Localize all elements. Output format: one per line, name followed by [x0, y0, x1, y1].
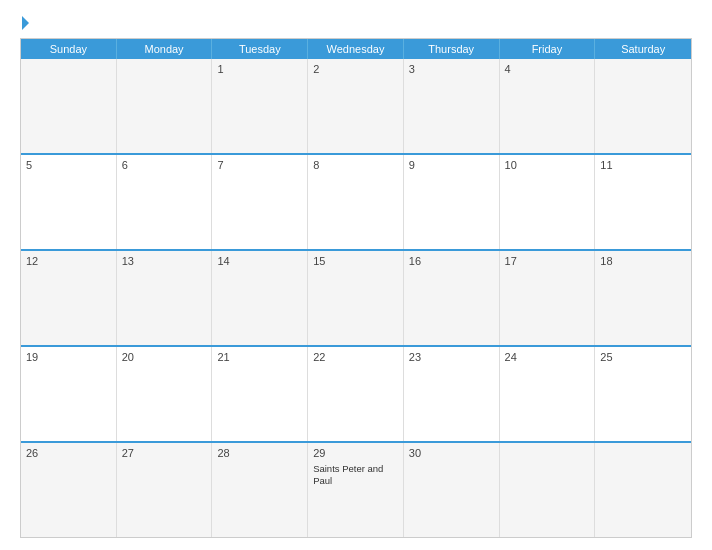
day-number: 13 [122, 255, 207, 267]
day-number: 30 [409, 447, 494, 459]
day-cell: 28 [212, 443, 308, 537]
day-cell: 25 [595, 347, 691, 441]
day-number: 10 [505, 159, 590, 171]
week-row-1: 1234 [21, 59, 691, 153]
day-number: 1 [217, 63, 302, 75]
day-number: 29 [313, 447, 398, 459]
day-number: 12 [26, 255, 111, 267]
day-number: 19 [26, 351, 111, 363]
day-number: 2 [313, 63, 398, 75]
day-cell: 13 [117, 251, 213, 345]
day-cell: 24 [500, 347, 596, 441]
day-number: 15 [313, 255, 398, 267]
day-cell: 4 [500, 59, 596, 153]
day-cell [500, 443, 596, 537]
day-number: 5 [26, 159, 111, 171]
day-cell: 30 [404, 443, 500, 537]
weeks-container: 1234567891011121314151617181920212223242… [21, 59, 691, 537]
day-header-thursday: Thursday [404, 39, 500, 59]
day-cell: 11 [595, 155, 691, 249]
logo-blue-text [20, 16, 29, 30]
day-cell: 15 [308, 251, 404, 345]
calendar-page: SundayMondayTuesdayWednesdayThursdayFrid… [0, 0, 712, 550]
day-number: 7 [217, 159, 302, 171]
day-cell: 21 [212, 347, 308, 441]
day-number: 25 [600, 351, 686, 363]
day-number: 23 [409, 351, 494, 363]
day-header-monday: Monday [117, 39, 213, 59]
day-number: 16 [409, 255, 494, 267]
day-header-sunday: Sunday [21, 39, 117, 59]
day-cell [117, 59, 213, 153]
day-cell: 18 [595, 251, 691, 345]
week-row-2: 567891011 [21, 153, 691, 249]
day-number: 20 [122, 351, 207, 363]
day-cell: 27 [117, 443, 213, 537]
day-number: 24 [505, 351, 590, 363]
day-number: 3 [409, 63, 494, 75]
day-number: 11 [600, 159, 686, 171]
day-cell: 10 [500, 155, 596, 249]
event-text: Saints Peter and Paul [313, 463, 398, 488]
day-header-saturday: Saturday [595, 39, 691, 59]
day-cell: 9 [404, 155, 500, 249]
day-number: 18 [600, 255, 686, 267]
day-number: 8 [313, 159, 398, 171]
week-row-4: 19202122232425 [21, 345, 691, 441]
day-cell: 19 [21, 347, 117, 441]
day-cell: 14 [212, 251, 308, 345]
day-number: 22 [313, 351, 398, 363]
day-cell: 2 [308, 59, 404, 153]
week-row-5: 26272829Saints Peter and Paul30 [21, 441, 691, 537]
day-cell: 8 [308, 155, 404, 249]
day-cell: 23 [404, 347, 500, 441]
day-cell: 1 [212, 59, 308, 153]
day-number: 21 [217, 351, 302, 363]
day-cell: 5 [21, 155, 117, 249]
day-number: 27 [122, 447, 207, 459]
day-cell: 7 [212, 155, 308, 249]
day-cell [595, 59, 691, 153]
day-cell: 22 [308, 347, 404, 441]
day-cell: 26 [21, 443, 117, 537]
day-number: 4 [505, 63, 590, 75]
day-cell: 16 [404, 251, 500, 345]
day-cell: 20 [117, 347, 213, 441]
day-number: 9 [409, 159, 494, 171]
logo-triangle-icon [22, 16, 29, 30]
day-cell [595, 443, 691, 537]
day-number: 14 [217, 255, 302, 267]
day-number: 17 [505, 255, 590, 267]
day-number: 6 [122, 159, 207, 171]
day-cell: 29Saints Peter and Paul [308, 443, 404, 537]
day-cell: 17 [500, 251, 596, 345]
day-cell: 12 [21, 251, 117, 345]
header [20, 16, 692, 30]
day-header-wednesday: Wednesday [308, 39, 404, 59]
week-row-3: 12131415161718 [21, 249, 691, 345]
day-number: 28 [217, 447, 302, 459]
logo [20, 16, 29, 30]
calendar-grid: SundayMondayTuesdayWednesdayThursdayFrid… [20, 38, 692, 538]
day-headers-row: SundayMondayTuesdayWednesdayThursdayFrid… [21, 39, 691, 59]
day-number: 26 [26, 447, 111, 459]
day-header-tuesday: Tuesday [212, 39, 308, 59]
day-header-friday: Friday [500, 39, 596, 59]
day-cell: 6 [117, 155, 213, 249]
day-cell [21, 59, 117, 153]
day-cell: 3 [404, 59, 500, 153]
